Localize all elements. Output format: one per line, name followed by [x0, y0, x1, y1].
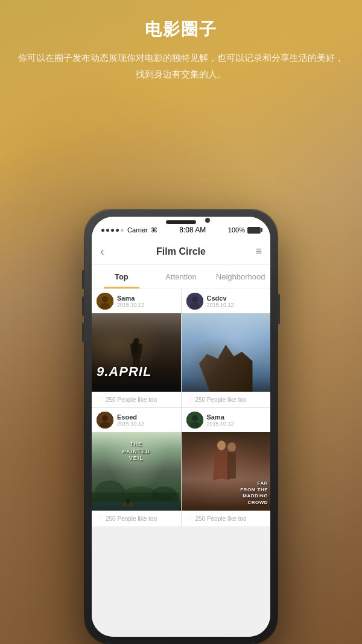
- content-area[interactable]: Sama 2015.10.12: [92, 289, 270, 637]
- heart-icon-3[interactable]: ♡: [97, 514, 103, 523]
- painted-title-text: THEPAINTEDVEIL: [96, 441, 176, 462]
- svg-point-12: [190, 303, 200, 309]
- heart-icon-4[interactable]: ♡: [186, 514, 193, 523]
- movie-title-4: FARFROM THEMADDINGCROWD: [240, 480, 268, 506]
- heart-icon-1[interactable]: ♡: [97, 395, 103, 404]
- tab-attention[interactable]: Attention: [151, 265, 211, 289]
- post-footer-1[interactable]: ♡ 250 People like too: [92, 392, 181, 407]
- date-2: 2015.10.12: [207, 302, 266, 308]
- post-header-1: Sama 2015.10.12: [92, 289, 181, 313]
- post-card-2[interactable]: Csdcv 2015.10.12: [182, 289, 271, 407]
- like-count-1: 250 People like too: [106, 397, 157, 403]
- svg-rect-28: [127, 502, 129, 505]
- signal-dot-2: [106, 229, 109, 232]
- page-subtitle: 你可以在圈子发布动态展现你对电影的独特见解，也可以记录和分享生活的美好，找到身边…: [18, 49, 344, 82]
- post-footer-4[interactable]: ♡ 250 People like too: [182, 511, 271, 526]
- svg-point-32: [217, 441, 226, 450]
- movie-title-3: THEPAINTEDVEIL: [96, 441, 176, 462]
- battery-area: 100%: [228, 226, 261, 234]
- svg-rect-9: [132, 342, 138, 354]
- wifi-icon: ⌘: [151, 226, 157, 234]
- post-image-4: FARFROM THEMADDINGCROWD: [182, 432, 271, 511]
- tab-attention-label: Attention: [165, 272, 196, 281]
- tab-top[interactable]: Top: [92, 265, 151, 289]
- date-1: 2015.10.12: [117, 302, 176, 308]
- tabs-bar: Top Attention Neighborhood: [92, 265, 270, 289]
- far-title-text: FARFROM THEMADDINGCROWD: [240, 480, 268, 506]
- svg-rect-18: [213, 373, 215, 381]
- phone-speaker: [166, 220, 196, 224]
- phone-outer-frame: Carrier ⌘ 8:08 AM 100% ‹ Film Circle ≡: [84, 209, 278, 644]
- post-card-3[interactable]: Esoed 2015.10.12 THEPAINTEDVEIL: [92, 408, 181, 526]
- tab-top-label: Top: [115, 272, 129, 281]
- like-count-3: 250 People like too: [106, 515, 157, 522]
- post-footer-2[interactable]: ♡ 250 People like too: [182, 392, 271, 407]
- svg-rect-14: [211, 363, 214, 374]
- movie-title-1: 9.APRIL: [97, 364, 151, 380]
- svg-rect-34: [227, 451, 236, 479]
- date-3: 2015.10.12: [117, 421, 176, 427]
- svg-point-33: [227, 442, 236, 452]
- menu-button[interactable]: ≡: [247, 245, 262, 258]
- top-text-area: 电影圈子 你可以在圈子发布动态展现你对电影的独特见解，也可以记录和分享生活的美好…: [0, 18, 362, 82]
- svg-rect-16: [214, 363, 216, 371]
- svg-point-1: [102, 296, 108, 302]
- nav-title: Film Circle: [156, 246, 206, 257]
- page-title: 电影圈子: [18, 18, 344, 41]
- signal-dot-4: [116, 229, 119, 232]
- username-3: Esoed: [117, 413, 176, 421]
- back-button[interactable]: ‹: [100, 244, 115, 258]
- username-1: Sama: [117, 295, 176, 302]
- post-footer-3[interactable]: ♡ 250 People like too: [92, 511, 181, 526]
- date-4: 2015.10.12: [207, 421, 266, 427]
- signal-dot-1: [101, 229, 104, 232]
- post-header-4: Sama 2015.10.12: [182, 408, 271, 432]
- nav-bar: ‹ Film Circle ≡: [92, 238, 270, 265]
- avatar-csdcv: [186, 293, 203, 310]
- signal-dot-5: [121, 229, 124, 232]
- svg-point-2: [100, 303, 110, 309]
- svg-rect-26: [92, 502, 179, 511]
- post-user-info-4: Sama 2015.10.12: [207, 413, 266, 427]
- svg-rect-15: [209, 363, 211, 371]
- svg-point-25: [152, 486, 176, 501]
- avatar-sama2: [186, 412, 203, 429]
- battery-icon: [247, 227, 261, 234]
- avatar-esoed: [97, 412, 113, 429]
- battery-fill: [248, 228, 260, 233]
- post-image-1: 9.APRIL: [92, 313, 181, 392]
- svg-point-31: [190, 422, 200, 428]
- signal-dot-3: [111, 229, 114, 232]
- svg-point-27: [127, 499, 130, 502]
- post-card-4[interactable]: Sama 2015.10.12: [182, 408, 271, 526]
- tab-neighborhood-label: Neighborhood: [216, 272, 265, 281]
- svg-point-30: [192, 415, 198, 421]
- phone-device: Carrier ⌘ 8:08 AM 100% ‹ Film Circle ≡: [84, 209, 278, 644]
- post-header-3: Esoed 2015.10.12: [92, 408, 181, 432]
- post-header-2: Csdcv 2015.10.12: [182, 289, 271, 313]
- post-user-info-2: Csdcv 2015.10.12: [207, 295, 266, 308]
- svg-point-13: [211, 359, 214, 363]
- svg-point-11: [192, 296, 198, 302]
- post-user-info-3: Esoed 2015.10.12: [117, 413, 176, 427]
- svg-point-21: [100, 422, 110, 428]
- battery-percent: 100%: [228, 226, 245, 234]
- phone-camera: [205, 218, 210, 223]
- like-count-4: 250 People like too: [195, 515, 247, 522]
- heart-icon-2[interactable]: ♡: [186, 395, 193, 404]
- posts-grid: Sama 2015.10.12: [92, 289, 270, 526]
- tab-neighborhood[interactable]: Neighborhood: [211, 265, 270, 289]
- post-card-1[interactable]: Sama 2015.10.12: [92, 289, 181, 407]
- username-4: Sama: [207, 413, 266, 421]
- carrier-label: Carrier: [127, 226, 148, 234]
- like-count-2: 250 People like too: [195, 397, 247, 403]
- phone-screen: Carrier ⌘ 8:08 AM 100% ‹ Film Circle ≡: [92, 217, 270, 637]
- post-image-2: [182, 313, 271, 392]
- avatar-sama1: [97, 293, 113, 310]
- svg-point-20: [102, 415, 108, 421]
- username-2: Csdcv: [207, 295, 266, 302]
- signal-area: Carrier ⌘: [101, 226, 157, 234]
- svg-point-23: [95, 480, 125, 505]
- post-user-info-1: Sama 2015.10.12: [117, 295, 176, 308]
- post-image-3: THEPAINTEDVEIL: [92, 432, 181, 511]
